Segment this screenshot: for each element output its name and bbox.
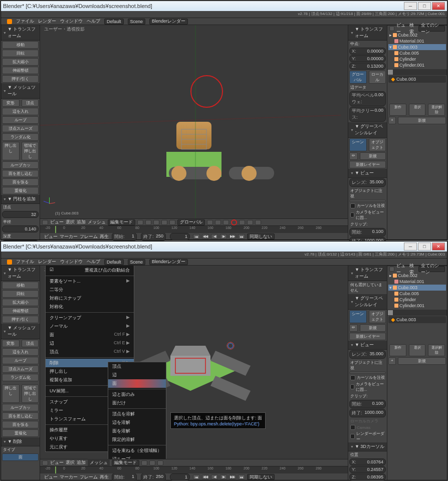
cylinder-header[interactable]: ▼ 円柱を追加 <box>1 195 40 204</box>
menu-window[interactable]: ウィンドウ <box>60 18 83 25</box>
context-menu-item[interactable]: 頂点 <box>108 362 166 371</box>
context-menu-item[interactable]: 二等分 <box>46 286 134 294</box>
context-menu-item[interactable]: 要素をソート...▶ <box>46 277 134 286</box>
context-menu-item[interactable]: 辺ループ <box>108 455 166 459</box>
close-button[interactable]: ✕ <box>432 243 445 251</box>
red-circle-small <box>231 219 237 225</box>
vertex-button[interactable]: 頂点 <box>22 99 39 107</box>
context-menu-item[interactable]: ☑ 重複及び点の自動結合 <box>46 266 134 275</box>
radius-slider[interactable]: 0.140 <box>2 225 39 232</box>
mode-dropdown[interactable]: 編集モード <box>108 219 135 225</box>
context-menu-item[interactable]: 対称にスナップ <box>46 294 134 303</box>
axis-gizmo-icon <box>44 198 54 208</box>
skip-start-button[interactable]: ⏮ <box>193 234 200 239</box>
context-menu-item[interactable]: 辺Ctrl E ▶ <box>46 339 134 348</box>
context-menu-item[interactable]: 頂点を溶解 <box>108 410 166 418</box>
context-menu-item[interactable]: 辺 <box>108 371 166 379</box>
meshtools-header[interactable]: ▼ メッシュツール <box>1 83 40 99</box>
push-button[interactable]: 押す/引く <box>2 75 39 83</box>
minimize-button[interactable]: ─ <box>404 2 417 10</box>
context-menu-item[interactable]: 面を溶解 <box>108 427 166 435</box>
timeline-ruler[interactable]: -200204060801001201401601802002202402602… <box>40 226 348 233</box>
context-menu-item[interactable]: 辺を束ねる（全領域幅） <box>108 446 166 455</box>
verts-slider[interactable]: 32 <box>2 211 39 218</box>
context-menu-item[interactable]: ノーマル▶ <box>46 322 134 331</box>
context-menu-item[interactable]: 限定的溶解 <box>108 435 166 444</box>
tree-item-selected[interactable]: ▾Cube.003 <box>388 44 446 50</box>
context-menu-item[interactable]: 面Ctrl F ▶ <box>46 331 134 339</box>
close-button[interactable]: ✕ <box>432 2 445 10</box>
props-tabs <box>387 69 447 75</box>
menu-bar: ファイル レンダー ウィンドウ ヘルプ Default Scene Blende… <box>1 18 447 25</box>
maximize-button[interactable]: □ <box>418 2 431 10</box>
context-menu-item[interactable]: クリーンアップ▶ <box>46 314 134 322</box>
context-menu-item[interactable]: 頂点Ctrl V ▶ <box>46 348 134 356</box>
editor-type-icon[interactable] <box>42 220 48 225</box>
window-1: Blender* [C:¥Users¥anazawa¥Downloads¥scr… <box>1 1 447 240</box>
info-bar: v2.78 | 頂点:54/132 | 辺:91/218 | 面:28/89 |… <box>1 11 447 18</box>
play-rev-button[interactable]: ◀ <box>211 234 218 239</box>
deform-button[interactable]: 変形 <box>2 99 20 107</box>
layout-dropdown[interactable]: Default <box>104 19 124 25</box>
window-title: Blender* [C:¥Users¥anazawa¥Downloads¥scr… <box>3 3 152 9</box>
svg-marker-10 <box>210 376 251 401</box>
scale-button[interactable]: 拡大縮小 <box>2 58 39 66</box>
menu-help[interactable]: ヘルプ <box>87 18 100 25</box>
svg-marker-12 <box>170 356 210 376</box>
menu-render[interactable]: レンダー <box>38 18 56 25</box>
context-menu-item[interactable]: 面 <box>108 379 166 388</box>
blender-logo-icon[interactable] <box>7 260 12 265</box>
minimize-button[interactable]: ─ <box>404 243 417 251</box>
context-menu-item[interactable]: 対称化 <box>46 303 134 311</box>
context-menu-item[interactable]: 面だけ <box>108 399 166 407</box>
viewport[interactable]: ユーザー・透視投影 表示/隠す▶プロポーショナル編集の影 <box>40 266 348 459</box>
playhead[interactable] <box>55 226 56 233</box>
maximize-button[interactable]: □ <box>418 243 431 251</box>
bevel-button[interactable]: 伸縮整頓 <box>2 67 39 74</box>
svg-line-4 <box>40 115 341 125</box>
context-menu-item[interactable]: 辺と面のみ <box>108 390 166 399</box>
outliner-props: ビュー検索全てのシーン ▸Cube.002 Material.001 ▾Cube… <box>387 25 447 239</box>
prev-key-button[interactable]: ◀◀ <box>202 234 209 239</box>
properties-n-panel: ▼ トランスフォーム 中点: X:0.00000 Y:0.00000 Z:0.1… <box>348 25 387 239</box>
viewport[interactable]: ユーザー・透視投影 (1) Cub <box>40 25 348 218</box>
titlebar: Blender* [C:¥Users¥anazawa¥Downloads¥scr… <box>1 242 447 252</box>
skip-end-button[interactable]: ⏭ <box>238 234 245 239</box>
window-2: Blender* [C:¥Users¥anazawa¥Downloads¥scr… <box>1 241 447 480</box>
engine-dropdown[interactable]: Blenderレンダー <box>149 19 188 25</box>
blender-logo-icon[interactable] <box>7 19 12 24</box>
context-menu-item[interactable]: 辺を溶解 <box>108 418 166 427</box>
outliner-tree: ▸Cube.002 Material.001 ▾Cube.003 Cube.00… <box>387 31 447 69</box>
next-key-button[interactable]: ▶▶ <box>229 234 236 239</box>
titlebar: Blender* [C:¥Users¥anazawa¥Downloads¥scr… <box>1 1 447 11</box>
rotate-button[interactable]: 回転 <box>2 50 39 57</box>
svg-marker-11 <box>170 346 210 356</box>
menu-file[interactable]: ファイル <box>16 18 34 25</box>
context-submenu-delete[interactable]: 頂点辺面辺と面のみ面だけ頂点を溶解辺を溶解面を溶解限定的溶解辺を束ねる（全領域幅… <box>108 362 166 459</box>
viewport-toolbar: ビュー 選択 追加 メッシュ 編集モード グローバル <box>40 218 348 225</box>
timeline: -200204060801001201401601802002202402602… <box>40 225 348 239</box>
transform-header[interactable]: ▼ トランスフォーム <box>1 25 40 41</box>
props-tab-icon[interactable] <box>388 70 393 75</box>
tool-shelf: ▼ トランスフォーム 移動 回転 拡大縮小 伸縮整頓 押す/引く ▼ メッシュツ… <box>1 25 40 239</box>
play-button[interactable]: ▶ <box>220 234 227 239</box>
tooltip: 選択した頂点、辺または面を削除します: 面 Python: bpy.ops.me… <box>170 412 266 429</box>
translate-button[interactable]: 移動 <box>2 41 39 49</box>
scene-dropdown[interactable]: Scene <box>128 19 146 25</box>
